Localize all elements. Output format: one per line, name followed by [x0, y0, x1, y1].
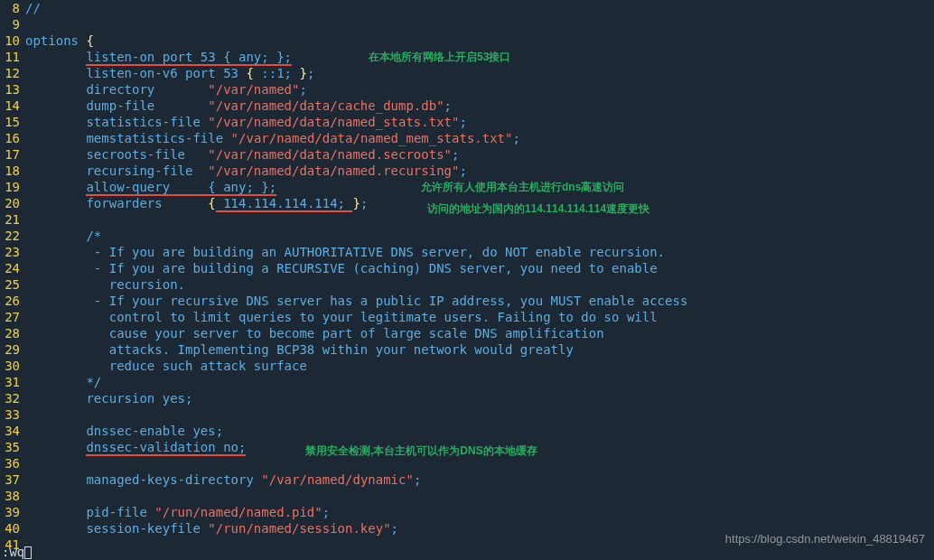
code-content[interactable]: recursing-file "/var/named/data/named.re… — [25, 163, 934, 179]
code-line[interactable]: 9 — [0, 16, 934, 33]
code-content[interactable] — [25, 455, 934, 471]
code-line[interactable]: 20 forwarders { 114.114.114.114; };访问的地址… — [0, 195, 934, 211]
code-content[interactable]: /* — [25, 228, 934, 244]
code-content[interactable]: secroots-file "/var/named/data/named.sec… — [25, 146, 934, 163]
code-token: } — [299, 66, 306, 80]
code-line[interactable]: 25 recursion. — [0, 276, 934, 293]
line-number: 18 — [0, 163, 25, 179]
line-number: 25 — [0, 276, 25, 293]
code-content[interactable] — [25, 16, 934, 33]
code-line[interactable]: 37 managed-keys-directory "/var/named/dy… — [0, 471, 934, 488]
code-token: cause your server to become part of larg… — [86, 326, 603, 341]
line-number: 9 — [0, 16, 25, 33]
code-token: "/var/named/dynamic" — [261, 472, 414, 487]
code-token: - If your recursive DNS server has a pub… — [86, 294, 687, 308]
line-number: 26 — [0, 293, 25, 309]
code-line[interactable]: 10options { — [0, 33, 934, 49]
code-line[interactable]: 15 statistics-file "/var/named/data/name… — [0, 114, 934, 130]
annotation-label: 允许所有人使用本台主机进行dns高速访问 — [421, 179, 624, 195]
code-token: recursion. — [86, 277, 185, 292]
code-content[interactable]: options { — [25, 33, 934, 49]
code-line[interactable]: 33 — [0, 406, 934, 423]
code-line[interactable]: 18 recursing-file "/var/named/data/named… — [0, 163, 934, 179]
code-line[interactable]: 12 listen-on-v6 port 53 { ::1; }; — [0, 65, 934, 81]
code-line[interactable]: 23 - If you are building an AUTHORITATIV… — [0, 244, 934, 260]
code-line[interactable]: 11 listen-on port 53 { any; };在本地所有网络上开启… — [0, 49, 934, 65]
code-content[interactable]: allow-query { any; };允许所有人使用本台主机进行dns高速访… — [25, 179, 934, 195]
code-line[interactable]: 35 dnssec-validation no;禁用安全检测,本台主机可以作为D… — [0, 439, 934, 455]
code-line[interactable]: 13 directory "/var/named"; — [0, 81, 934, 98]
code-line[interactable]: 27 control to limit queries to your legi… — [0, 309, 934, 325]
code-content[interactable]: dnssec-validation no;禁用安全检测,本台主机可以作为DNS的… — [25, 439, 934, 455]
code-content[interactable]: pid-file "/run/named/named.pid"; — [25, 504, 934, 520]
code-content[interactable]: control to limit queries to your legitim… — [25, 309, 934, 325]
code-content[interactable]: - If your recursive DNS server has a pub… — [25, 293, 934, 309]
code-line[interactable]: 8// — [0, 0, 934, 16]
code-token: dnssec-enable yes; — [86, 424, 223, 438]
code-content[interactable]: directory "/var/named"; — [25, 81, 934, 98]
code-content[interactable]: // — [25, 0, 934, 16]
code-line[interactable]: 38 — [0, 488, 934, 504]
code-content[interactable]: cause your server to become part of larg… — [25, 325, 934, 341]
line-number: 19 — [0, 179, 25, 195]
code-token: memstatistics-file — [86, 131, 230, 145]
code-content[interactable]: - If you are building an AUTHORITATIVE D… — [25, 244, 934, 260]
code-token: reduce such attack surface — [86, 359, 306, 373]
code-content[interactable]: listen-on-v6 port 53 { ::1; }; — [25, 65, 934, 81]
code-token: session-keyfile — [86, 521, 208, 536]
code-line[interactable]: 24 - If you are building a RECURSIVE (ca… — [0, 260, 934, 276]
code-content[interactable]: listen-on port 53 { any; };在本地所有网络上开启53接… — [25, 49, 934, 65]
code-content[interactable]: statistics-file "/var/named/data/named_s… — [25, 114, 934, 130]
code-line[interactable]: 32 recursion yes; — [0, 390, 934, 406]
code-token: { — [246, 66, 253, 80]
code-line[interactable]: 34 dnssec-enable yes; — [0, 423, 934, 439]
code-line[interactable]: 14 dump-file "/var/named/data/cache_dump… — [0, 98, 934, 114]
code-token: statistics-file — [86, 115, 208, 129]
code-token: allow-query { any; }; — [86, 180, 276, 196]
code-content[interactable]: dnssec-enable yes; — [25, 423, 934, 439]
line-number: 27 — [0, 309, 25, 325]
code-content[interactable]: reduce such attack surface — [25, 358, 934, 374]
code-content[interactable]: recursion. — [25, 276, 934, 293]
code-content[interactable]: dump-file "/var/named/data/cache_dump.db… — [25, 98, 934, 114]
code-line[interactable]: 21 — [0, 211, 934, 228]
code-line[interactable]: 19 allow-query { any; };允许所有人使用本台主机进行dns… — [0, 179, 934, 195]
cursor-icon — [24, 546, 32, 559]
code-token: /* — [86, 229, 101, 243]
code-token: secroots-file — [86, 147, 208, 162]
line-number: 13 — [0, 81, 25, 98]
code-line[interactable]: 17 secroots-file "/var/named/data/named.… — [0, 146, 934, 163]
code-content[interactable]: managed-keys-directory "/var/named/dynam… — [25, 471, 934, 488]
code-content[interactable]: */ — [25, 374, 934, 390]
code-content[interactable]: forwarders { 114.114.114.114; };访问的地址为国内… — [25, 195, 934, 211]
code-token: ; — [391, 521, 398, 536]
code-line[interactable]: 31 */ — [0, 374, 934, 390]
code-editor[interactable]: 8//910options {11 listen-on port 53 { an… — [0, 0, 934, 553]
code-line[interactable]: 16 memstatistics-file "/var/named/data/n… — [0, 130, 934, 146]
code-content[interactable] — [25, 211, 934, 228]
code-content[interactable]: attacks. Implementing BCP38 within your … — [25, 341, 934, 358]
code-token: ; — [452, 147, 459, 162]
code-token: - If you are building an AUTHORITATIVE D… — [86, 245, 665, 259]
code-line[interactable]: 39 pid-file "/run/named/named.pid"; — [0, 504, 934, 520]
code-content[interactable] — [25, 488, 934, 504]
code-line[interactable]: 26 - If your recursive DNS server has a … — [0, 293, 934, 309]
line-number: 28 — [0, 325, 25, 341]
code-content[interactable]: memstatistics-file "/var/named/data/name… — [25, 130, 934, 146]
line-number: 35 — [0, 439, 25, 455]
code-content[interactable] — [25, 406, 934, 423]
code-content[interactable]: - If you are building a RECURSIVE (cachi… — [25, 260, 934, 276]
code-token: ; — [459, 115, 466, 129]
code-content[interactable]: recursion yes; — [25, 390, 934, 406]
code-token: ; — [512, 131, 519, 145]
code-line[interactable]: 28 cause your server to become part of l… — [0, 325, 934, 341]
code-line[interactable]: 29 attacks. Implementing BCP38 within yo… — [0, 341, 934, 358]
code-token: - If you are building a RECURSIVE (cachi… — [86, 261, 657, 275]
code-line[interactable]: 30 reduce such attack surface — [0, 358, 934, 374]
code-line[interactable]: 36 — [0, 455, 934, 471]
code-token: "/var/named/data/named.recursing" — [208, 163, 459, 178]
code-token: recursion yes; — [86, 391, 192, 406]
watermark-text: https://blog.csdn.net/weixin_48819467 — [725, 531, 925, 547]
line-number: 39 — [0, 504, 25, 520]
code-line[interactable]: 22 /* — [0, 228, 934, 244]
